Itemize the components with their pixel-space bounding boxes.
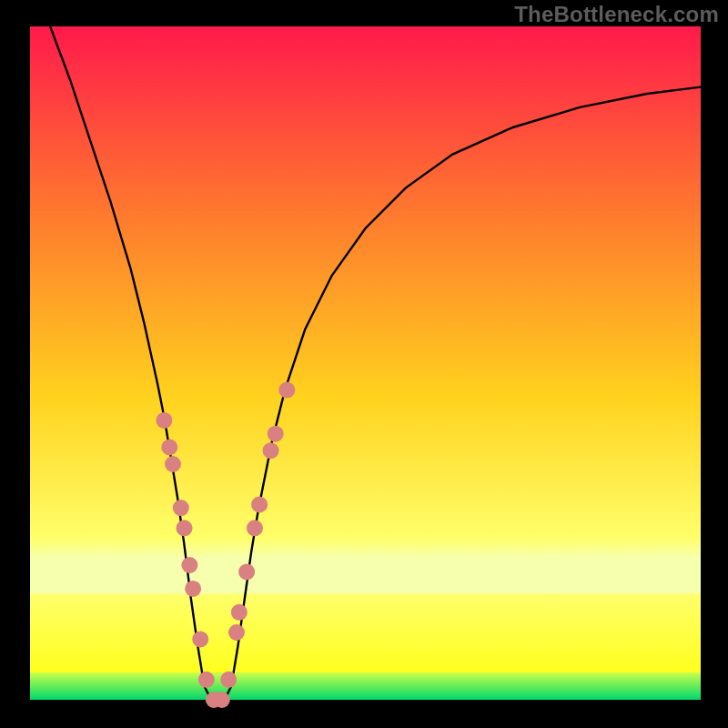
curve-marker [198,672,215,688]
curve-marker [263,442,279,459]
bottleneck-chart [0,0,728,728]
curve-marker [156,412,172,429]
chart-frame: TheBottleneck.com [0,0,728,728]
plot-background [30,26,701,700]
curve-marker [185,581,201,597]
curve-marker [251,496,268,512]
curve-marker [165,456,181,472]
curve-marker [192,631,208,647]
curve-marker [177,520,193,536]
curve-marker [231,604,248,621]
curve-marker [247,520,263,536]
curve-marker [278,382,295,399]
curve-marker [161,440,177,456]
curve-marker [181,557,197,573]
curve-marker [173,500,189,516]
curve-marker [268,426,284,442]
curve-marker [214,692,230,708]
curve-marker [220,672,237,688]
curve-marker [228,624,245,641]
curve-marker [238,563,255,580]
